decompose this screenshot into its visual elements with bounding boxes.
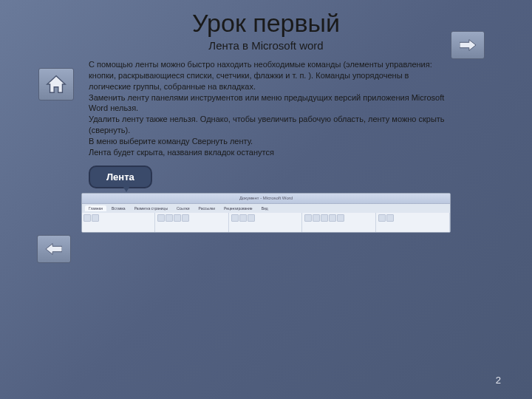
previous-button[interactable] xyxy=(37,235,71,263)
arrow-left-icon xyxy=(46,243,62,255)
ribbon-tab: Ссылки xyxy=(173,205,194,211)
ribbon-tab: Разметка страницы xyxy=(131,205,171,211)
body-text: С помощью ленты можно быстро находить не… xyxy=(89,59,451,158)
next-button[interactable] xyxy=(451,31,485,59)
ribbon-tab: Главная xyxy=(85,205,106,211)
ribbon-screenshot: Документ - Microsoft Word Главная Вставк… xyxy=(81,193,451,233)
arrow-right-icon xyxy=(460,39,476,51)
callout-label: Лента xyxy=(89,166,152,188)
house-icon xyxy=(45,73,67,95)
callout-tail xyxy=(122,185,131,192)
svg-marker-2 xyxy=(46,244,62,255)
ribbon-tabs: Главная Вставка Разметка страницы Ссылки… xyxy=(82,204,450,213)
ribbon-tab: Рецензирование xyxy=(220,205,256,211)
ribbon-tab: Вид xyxy=(258,205,272,211)
ribbon-content xyxy=(82,213,450,233)
page-number: 2 xyxy=(496,375,501,386)
svg-marker-0 xyxy=(47,76,65,93)
svg-marker-1 xyxy=(460,40,476,51)
ribbon-window-title: Документ - Microsoft Word xyxy=(82,194,450,204)
callout-container: Лента xyxy=(89,166,532,188)
home-button[interactable] xyxy=(38,68,74,100)
ribbon-tab: Рассылки xyxy=(195,205,219,211)
ribbon-tab: Вставка xyxy=(108,205,129,211)
